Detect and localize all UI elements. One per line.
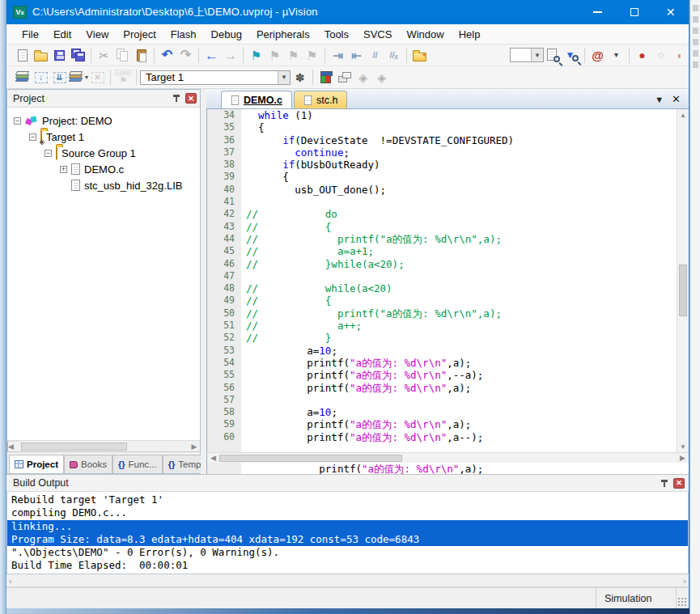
close-button[interactable]: ✕: [652, 0, 689, 24]
manage-books-icon[interactable]: [335, 68, 354, 87]
scroll-left-icon[interactable]: ◀: [7, 441, 19, 451]
scroll-left-icon[interactable]: ‹: [9, 576, 12, 586]
scrollbar-thumb[interactable]: [219, 455, 402, 462]
stop-build-icon[interactable]: ✕: [88, 68, 107, 87]
editor-vertical-scrollbar[interactable]: ▲ ▼: [677, 109, 689, 452]
scroll-down-icon[interactable]: ▼: [680, 441, 686, 452]
menu-svcs[interactable]: SVCS: [356, 26, 399, 43]
insert-breakpoint-icon[interactable]: ●: [633, 46, 651, 65]
menu-help[interactable]: Help: [452, 26, 488, 43]
panel-tab-label: Func...: [129, 459, 157, 469]
dropdown-arrow-icon[interactable]: ▼: [278, 71, 290, 84]
project-panel-close-icon[interactable]: ✕: [185, 93, 197, 104]
menu-window[interactable]: Window: [399, 26, 451, 43]
copy-icon[interactable]: [113, 46, 132, 65]
rebuild-icon[interactable]: ⇊: [50, 68, 69, 87]
cut-icon[interactable]: ✂: [95, 46, 113, 65]
menu-file[interactable]: File: [15, 26, 46, 43]
scrollbar-thumb[interactable]: [679, 265, 687, 315]
target-selector[interactable]: Target 1▼: [140, 68, 291, 87]
build-output-close-icon[interactable]: ✕: [673, 478, 685, 489]
build-icon[interactable]: ↓: [32, 68, 50, 87]
panel-tab-project[interactable]: Project: [9, 455, 64, 473]
menu-peripherals[interactable]: Peripherals: [249, 26, 317, 43]
undo-icon[interactable]: ↶: [158, 46, 176, 65]
dropdown-arrow-icon[interactable]: ▼: [531, 49, 543, 61]
tree-item-target-1[interactable]: −Target 1: [7, 129, 200, 145]
save-all-icon[interactable]: [69, 46, 87, 65]
scroll-up-icon[interactable]: ▲: [680, 109, 686, 121]
menu-edit[interactable]: Edit: [46, 26, 78, 43]
download-icon[interactable]: LOAD⚑: [114, 68, 133, 87]
menu-debug[interactable]: Debug: [204, 26, 249, 43]
pin-icon[interactable]: [655, 474, 673, 493]
tree-item-demo-c[interactable]: +DEMO.c: [7, 161, 200, 177]
menu-tools[interactable]: Tools: [317, 26, 356, 43]
redo-icon[interactable]: ↷: [176, 46, 195, 65]
lookup-dropdown-icon[interactable]: ▾: [607, 46, 626, 65]
translate-file-icon[interactable]: [13, 68, 32, 87]
comment-icon[interactable]: //: [366, 46, 384, 65]
manage-project-items-icon[interactable]: [316, 68, 335, 87]
navigate-forward-icon[interactable]: →: [221, 46, 240, 65]
new-file-icon[interactable]: [13, 46, 32, 65]
tree-item-stc-usb-hid-32g-lib[interactable]: stc_usb_hid_32g.LIB: [7, 177, 200, 193]
tree-expander-icon[interactable]: −: [45, 150, 52, 157]
document-tab-demo-c[interactable]: DEMO.c: [221, 91, 292, 108]
pin-icon[interactable]: [167, 89, 185, 108]
disable-breakpoint-icon[interactable]: ○: [651, 46, 670, 65]
configuration-icon[interactable]: ✦: [410, 46, 429, 65]
search-history-combobox[interactable]: ▼: [510, 46, 544, 65]
tree-item-source-group-1[interactable]: −Source Group 1: [7, 145, 200, 161]
editor-horizontal-scrollbar[interactable]: ◀ ▶: [206, 452, 689, 463]
incremental-find-icon[interactable]: ▼: [562, 46, 581, 65]
clear-breakpoints-icon[interactable]: ◖: [670, 46, 689, 65]
scroll-right-icon[interactable]: ▶: [677, 454, 689, 462]
scroll-left-icon[interactable]: ◀: [207, 454, 219, 462]
indent-icon[interactable]: ⇥: [329, 46, 347, 65]
unindent-icon[interactable]: ⇤: [347, 46, 366, 65]
panel-splitter[interactable]: [201, 89, 206, 474]
lookup-symbol-icon[interactable]: @: [588, 46, 607, 65]
tab-list-dropdown-icon[interactable]: ▼: [655, 95, 664, 104]
build-output-scrollbar[interactable]: ‹ ›: [6, 574, 689, 587]
find-in-files-icon[interactable]: [544, 46, 562, 65]
open-file-icon[interactable]: [32, 46, 50, 65]
prev-bookmark-icon[interactable]: ⚑: [265, 46, 284, 65]
build-output-log[interactable]: Rebuild target 'Target 1'compiling DEMO.…: [6, 492, 689, 574]
panel-tab-books[interactable]: Books: [64, 455, 112, 473]
menu-flash[interactable]: Flash: [163, 26, 204, 43]
scrollbar-thumb[interactable]: [21, 443, 127, 451]
scroll-right-icon[interactable]: ▶: [189, 443, 200, 451]
tree-expander-icon[interactable]: −: [29, 133, 36, 141]
toggle-bookmark-icon[interactable]: ⚑: [247, 46, 265, 65]
paste-icon[interactable]: [132, 46, 151, 65]
menu-view[interactable]: View: [78, 26, 116, 43]
folder-icon: [56, 147, 57, 159]
code-editor[interactable]: 34 while (1)35 {36 if(DeviceState !=DEVS…: [207, 109, 677, 452]
save-icon[interactable]: [50, 46, 69, 65]
scroll-right-icon[interactable]: ›: [683, 576, 686, 586]
minimize-button[interactable]: [579, 0, 616, 24]
close-document-icon[interactable]: ✕: [672, 93, 681, 105]
project-horizontal-scrollbar[interactable]: ◀ ▶: [7, 440, 200, 451]
batch-build-icon[interactable]: ▾: [69, 68, 88, 87]
clear-bookmarks-icon[interactable]: ⚑: [303, 46, 321, 65]
pack-installer-icon[interactable]: ◈: [372, 68, 391, 87]
tree-expander-icon[interactable]: −: [14, 117, 21, 125]
resize-grip[interactable]: [677, 596, 688, 608]
document-tab-stc-h[interactable]: stc.h: [294, 91, 347, 108]
select-software-packs-icon[interactable]: ◈: [354, 68, 372, 87]
workspace-tabs: ProjectBooks{}Func...{}Temp...: [7, 451, 200, 473]
next-bookmark-icon[interactable]: ⚑: [284, 46, 303, 65]
options-for-target-icon[interactable]: ✽: [291, 68, 309, 87]
maximize-button[interactable]: [616, 0, 652, 24]
panel-tab-func[interactable]: {}Func...: [112, 455, 163, 473]
tree-item-project-demo[interactable]: −Project: DEMO: [7, 112, 200, 129]
menu-project[interactable]: Project: [116, 26, 163, 43]
code-line: 37 continue;: [207, 146, 677, 159]
tree-expander-icon[interactable]: +: [60, 166, 67, 173]
line-number: 40: [207, 184, 241, 196]
navigate-back-icon[interactable]: ←: [202, 46, 221, 65]
uncomment-icon[interactable]: //ₓ: [384, 46, 403, 65]
